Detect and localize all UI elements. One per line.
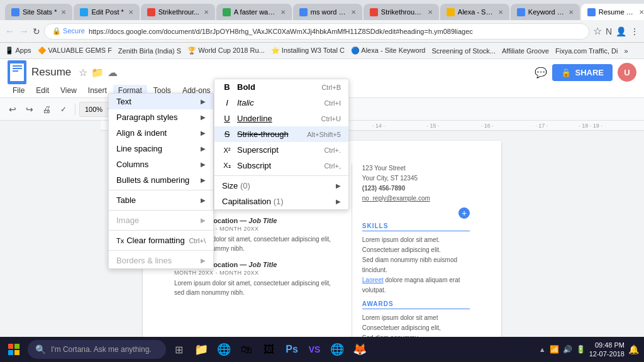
clock-display[interactable]: 09:48 PM 12-07-2018 bbox=[589, 341, 625, 359]
bookmark-affiliate[interactable]: Affiliate Groove bbox=[502, 47, 549, 55]
network-icon[interactable]: 📶 bbox=[550, 345, 559, 354]
bookmark-fixya[interactable]: Fixya.com Traffic, Di bbox=[555, 47, 618, 55]
tab-faster-way[interactable]: A faster way... ✕ bbox=[216, 4, 292, 20]
awards-text: Lorem ipsum dolor sit amet Consectetuer … bbox=[362, 313, 470, 337]
text-italic[interactable]: I Italic Ctrl+I bbox=[214, 95, 348, 111]
bookmark-w3[interactable]: ⭐ Installing W3 Total C bbox=[271, 47, 345, 55]
tab-close[interactable]: ✕ bbox=[351, 9, 356, 16]
extensions-btn[interactable]: N bbox=[606, 26, 612, 36]
user-avatar[interactable]: U bbox=[618, 63, 636, 82]
contact-address: 123 Your Street Your City, ST 12345 (123… bbox=[362, 163, 470, 204]
text-underline[interactable]: U Underline Ctrl+U bbox=[214, 111, 348, 126]
undo-btn[interactable]: ↩ bbox=[5, 102, 20, 117]
refresh-btn[interactable]: ↻ bbox=[33, 26, 40, 36]
bookmark-alexa[interactable]: 🔵 Alexa - Site Keyword bbox=[351, 47, 426, 55]
start-button[interactable] bbox=[3, 338, 25, 361]
profile-btn[interactable]: 👤 bbox=[616, 26, 626, 36]
volume-icon[interactable]: 🔊 bbox=[563, 345, 572, 354]
taskbar-store[interactable]: 🛍 bbox=[236, 339, 257, 359]
task-view-btn[interactable]: ⊞ bbox=[169, 339, 189, 359]
tab-close[interactable]: ✕ bbox=[280, 9, 286, 16]
strikethrough-shortcut: Alt+Shift+5 bbox=[307, 131, 341, 138]
bookmarks-bar: 📱 Apps 🔶 VALUABLE GEMS F Zenith Birla (I… bbox=[0, 43, 644, 59]
taskbar-photos[interactable]: 🖼 bbox=[259, 339, 279, 359]
bookmark-star[interactable]: ☆ bbox=[593, 25, 602, 37]
bookmark-zenith[interactable]: Zenith Birla (India) S bbox=[118, 47, 181, 55]
tab-close[interactable]: ✕ bbox=[61, 9, 66, 16]
tab-close[interactable]: ✕ bbox=[569, 9, 574, 16]
menu-edit[interactable]: Edit bbox=[31, 85, 54, 96]
battery-icon[interactable]: 🔋 bbox=[576, 345, 586, 354]
chevron-up-icon[interactable]: ▲ bbox=[539, 346, 546, 353]
size-arrow: ▶ bbox=[336, 182, 341, 189]
text-subscript[interactable]: X₂ Subscript Ctrl+, bbox=[214, 158, 348, 173]
header-icons: ☆ 📁 ☁ bbox=[79, 67, 118, 79]
spellcheck-btn[interactable]: ✓ bbox=[56, 102, 71, 117]
system-tray: ▲ 📶 🔊 🔋 09:48 PM 12-07-2018 🔔 bbox=[539, 341, 641, 359]
tab-close[interactable]: ✕ bbox=[498, 9, 503, 16]
print-btn[interactable]: 🖨 bbox=[39, 102, 54, 117]
format-menu-borders[interactable]: Borders & lines ▶ bbox=[109, 253, 213, 268]
arrow-icon: ▶ bbox=[201, 217, 206, 224]
tab-close[interactable]: ✕ bbox=[128, 9, 133, 16]
add-content-btn[interactable]: + bbox=[458, 207, 470, 219]
bookmark-gems[interactable]: 🔶 VALUABLE GEMS F bbox=[38, 47, 112, 55]
taskbar-chrome-2[interactable]: 🌐 bbox=[327, 339, 347, 359]
format-menu-columns[interactable]: Columns ▶ bbox=[109, 156, 213, 172]
format-menu: Text ▶ Paragraph styles ▶ Align & indent… bbox=[108, 93, 214, 269]
tab-resume[interactable]: Resume - G... ✕ bbox=[581, 4, 644, 20]
tab-close[interactable]: ✕ bbox=[204, 9, 209, 16]
format-menu-table[interactable]: Table ▶ bbox=[109, 192, 213, 208]
bookmark-worldcup[interactable]: 🏆 World Cup 2018 Ru... bbox=[187, 47, 265, 55]
taskbar-file-explorer[interactable]: 📁 bbox=[191, 339, 211, 359]
address-input[interactable]: 🔒 Secure https://docs.google.com/documen… bbox=[44, 23, 589, 40]
tab-edit-post[interactable]: Edit Post * ✕ bbox=[74, 4, 139, 20]
format-menu-clear[interactable]: Tx Clear formatting Ctrl+\ bbox=[109, 233, 213, 248]
format-menu-line-spacing[interactable]: Line spacing ▶ bbox=[109, 141, 213, 156]
move-icon[interactable]: 📁 bbox=[91, 67, 104, 79]
cloud-icon[interactable]: ☁ bbox=[108, 67, 118, 79]
redo-btn[interactable]: ↪ bbox=[22, 102, 37, 117]
format-menu-align[interactable]: Align & indent ▶ bbox=[109, 125, 213, 141]
taskbar-firefox[interactable]: 🦊 bbox=[350, 339, 370, 359]
arrow-icon: ▶ bbox=[201, 145, 206, 152]
taskbar-chrome[interactable]: 🌐 bbox=[214, 339, 234, 359]
taskbar-photoshop[interactable]: Ps bbox=[282, 339, 302, 359]
menu-insert[interactable]: Insert bbox=[83, 85, 112, 96]
apps-bookmark[interactable]: 📱 Apps bbox=[5, 47, 31, 55]
format-menu-paragraph-styles[interactable]: Paragraph styles ▶ bbox=[109, 109, 213, 125]
arrow-icon: ▶ bbox=[201, 177, 206, 184]
tab-keyword[interactable]: Keyword Pi... ✕ bbox=[511, 4, 580, 20]
italic-icon: I bbox=[222, 98, 232, 107]
bookmark-screening[interactable]: Screening of Stock... bbox=[431, 47, 496, 55]
notifications-btn[interactable]: 🔔 bbox=[628, 344, 639, 354]
text-size[interactable]: Size (0) ▶ bbox=[214, 178, 348, 194]
text-bold[interactable]: B Bold Ctrl+B bbox=[214, 79, 348, 95]
more-bookmarks[interactable]: » bbox=[624, 47, 628, 55]
forward-btn[interactable]: → bbox=[19, 26, 29, 37]
superscript-icon: X² bbox=[222, 146, 232, 154]
tab-close[interactable]: ✕ bbox=[639, 9, 644, 16]
tab-alexa[interactable]: Alexa - Site... ✕ bbox=[440, 4, 509, 20]
comment-icon[interactable]: 💬 bbox=[535, 67, 547, 79]
format-menu-image[interactable]: Image ▶ bbox=[109, 212, 213, 228]
tab-strikethrough-1[interactable]: Strikethrouг... ✕ bbox=[141, 4, 215, 20]
tab-strikethrough-2[interactable]: Strikethrouс... ✕ bbox=[364, 4, 439, 20]
tab-ms-word[interactable]: ms word ali... ✕ bbox=[293, 4, 362, 20]
star-icon[interactable]: ☆ bbox=[79, 67, 87, 79]
share-button[interactable]: 🔒 SHARE bbox=[552, 64, 613, 81]
menu-view[interactable]: View bbox=[55, 85, 82, 96]
text-capitalisation[interactable]: Capitalisation (1) ▶ bbox=[214, 194, 348, 209]
tab-close[interactable]: ✕ bbox=[428, 9, 433, 16]
more-btn[interactable]: ⋮ bbox=[630, 26, 639, 36]
taskbar-vs[interactable]: VS bbox=[304, 339, 325, 359]
tab-site-stats[interactable]: Site Stats * ✕ bbox=[5, 4, 72, 20]
text-strikethrough[interactable]: S Strike-through Alt+Shift+5 bbox=[214, 126, 348, 142]
text-superscript[interactable]: X² Superscript Ctrl+. bbox=[214, 142, 348, 158]
subscript-icon: X₂ bbox=[222, 162, 232, 170]
format-menu-bullets[interactable]: Bullets & numbering ▶ bbox=[109, 172, 213, 188]
cortana-search[interactable]: 🔍 I'm Cortana. Ask me anything. bbox=[28, 340, 166, 359]
back-btn[interactable]: ← bbox=[5, 26, 15, 37]
menu-file[interactable]: File bbox=[8, 85, 30, 96]
format-menu-text[interactable]: Text ▶ bbox=[109, 94, 213, 109]
